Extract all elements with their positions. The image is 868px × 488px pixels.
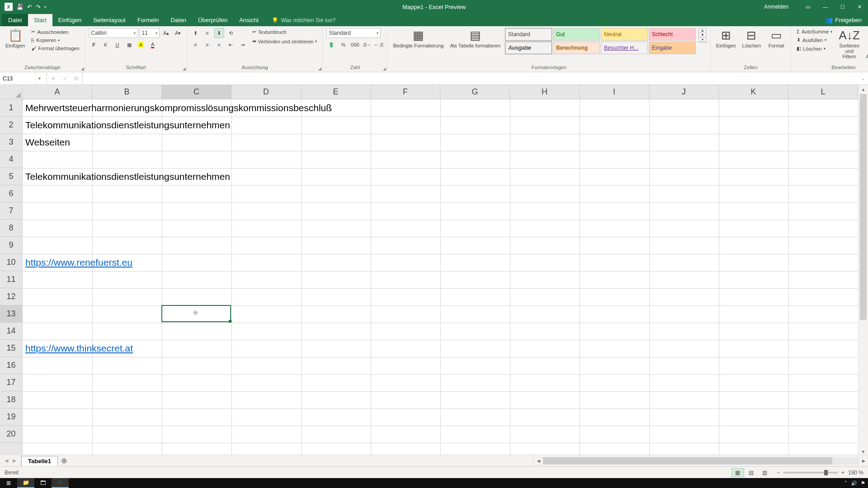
font-color-button[interactable]: A xyxy=(148,40,158,50)
qat-customize-icon[interactable]: ▾ xyxy=(44,5,46,9)
insert-cells-button[interactable]: ⊞Einfügen xyxy=(714,28,737,49)
decrease-decimal-icon[interactable]: ←.0 xyxy=(373,40,383,50)
tell-me[interactable]: 💡 Was möchten Sie tun? xyxy=(267,14,340,26)
taskbar-excel-icon[interactable]: X xyxy=(52,478,69,488)
name-box[interactable]: ▼ xyxy=(0,72,47,84)
italic-button[interactable]: K xyxy=(101,40,111,50)
font-size-combo[interactable]: 11▾ xyxy=(140,28,160,38)
tab-start[interactable]: Start xyxy=(28,14,52,26)
normal-view-icon[interactable]: ▦ xyxy=(731,468,744,477)
delete-cells-button[interactable]: ⊟Löschen xyxy=(741,28,763,49)
find-select-button[interactable]: 🔍Suchen und Auswählen xyxy=(864,28,868,60)
undo-icon[interactable]: ↶ xyxy=(27,4,32,10)
cell-A3[interactable]: Webseiten xyxy=(24,134,70,151)
row-header-3[interactable]: 3 xyxy=(0,134,22,151)
row-header-12[interactable]: 12 xyxy=(0,288,22,305)
row-header-5[interactable]: 5 xyxy=(0,168,22,185)
row-headers[interactable]: 1234567891011121314151617181920 xyxy=(0,99,23,456)
taskbar-explorer-icon[interactable]: 📁 xyxy=(17,478,34,488)
style-besucht[interactable]: Besuchter H... xyxy=(601,42,648,54)
row-header-16[interactable]: 16 xyxy=(0,357,22,374)
fx-icon[interactable]: fx xyxy=(71,75,82,82)
start-button[interactable]: ⊞ xyxy=(0,478,17,488)
tray-up-icon[interactable]: ˄ xyxy=(844,480,847,486)
redo-icon[interactable]: ↷ xyxy=(36,4,41,10)
cells-area[interactable]: Mehrwertsteuerharmonierungskompromisslös… xyxy=(23,99,858,456)
scroll-right-icon[interactable]: ▶ xyxy=(859,459,868,463)
cell-A2[interactable]: Telekommunikationsdienstleistungsunterne… xyxy=(24,117,230,134)
row-header-11[interactable]: 11 xyxy=(0,271,22,288)
align-middle-icon[interactable]: ≡ xyxy=(203,28,212,38)
decrease-indent-icon[interactable]: ⇤ xyxy=(226,40,236,50)
number-dialog-icon[interactable]: ◢ xyxy=(383,66,386,71)
horizontal-scrollbar[interactable]: ◀ ▶ xyxy=(533,455,868,466)
row-header-17[interactable]: 17 xyxy=(0,374,22,391)
sort-filter-button[interactable]: A↓ZSortieren und Filtern xyxy=(837,28,861,60)
copy-button[interactable]: ⎘Kopieren▾ xyxy=(29,37,81,44)
paste-button[interactable]: 📋 Einfügen xyxy=(4,28,27,49)
increase-decimal-icon[interactable]: .0→ xyxy=(362,40,372,50)
row-header-7[interactable]: 7 xyxy=(0,202,22,220)
add-sheet-button[interactable]: ⊕ xyxy=(58,455,70,466)
align-left-icon[interactable]: ≡ xyxy=(191,40,201,50)
style-ausgabe[interactable]: Ausgabe xyxy=(505,42,552,54)
row-header-18[interactable]: 18 xyxy=(0,391,22,408)
font-dialog-icon[interactable]: ◢ xyxy=(183,66,186,71)
alignment-dialog-icon[interactable]: ◢ xyxy=(318,66,321,71)
sheet-nav[interactable]: ◀▶ xyxy=(0,455,21,466)
merge-center-button[interactable]: ⬌Verbinden und zentrieren▾ xyxy=(250,38,319,45)
save-icon[interactable]: 💾 xyxy=(16,4,24,10)
row-header-14[interactable]: 14 xyxy=(0,323,22,340)
format-cells-button[interactable]: ▭Format xyxy=(765,28,787,49)
column-header-B[interactable]: B xyxy=(92,85,162,99)
scroll-up-icon[interactable]: ▲ xyxy=(859,85,868,94)
row-header-15[interactable]: 15 xyxy=(0,340,22,357)
column-header-G[interactable]: G xyxy=(440,85,510,99)
zoom-slider[interactable] xyxy=(783,472,838,474)
hscroll-thumb[interactable] xyxy=(543,457,832,465)
sheet-prev-icon[interactable]: ◀ xyxy=(5,458,8,464)
cut-button[interactable]: ✂Ausschneiden xyxy=(29,28,81,36)
tab-formeln[interactable]: Formeln xyxy=(132,14,165,26)
cell-styles-gallery[interactable]: Standard Gut Neutral Schlecht Ausgabe Be… xyxy=(505,28,696,54)
wrap-text-button[interactable]: ↩Textumbruch xyxy=(250,28,319,36)
row-header-4[interactable]: 4 xyxy=(0,151,22,168)
formula-input[interactable] xyxy=(83,72,858,84)
align-right-icon[interactable]: ≡ xyxy=(214,40,224,50)
underline-button[interactable]: U xyxy=(113,40,123,50)
tray-volume-icon[interactable]: 🔊 xyxy=(851,480,857,486)
tab-uberprufen[interactable]: Überprüfen xyxy=(192,14,233,26)
column-header-J[interactable]: J xyxy=(649,85,719,99)
style-berechnung[interactable]: Berechnung xyxy=(553,42,600,54)
conditional-formatting-button[interactable]: ▦Bedingte Formatierung xyxy=(391,28,445,49)
page-break-view-icon[interactable]: ▥ xyxy=(759,468,771,477)
styles-scroll[interactable]: ▲▼▾ xyxy=(698,28,707,42)
tab-daten[interactable]: Daten xyxy=(165,14,192,26)
column-header-F[interactable]: F xyxy=(371,85,440,99)
grow-font-icon[interactable]: A▴ xyxy=(161,28,171,38)
cell-A1[interactable]: Mehrwertsteuerharmonierungskompromisslös… xyxy=(24,99,332,117)
signin-link[interactable]: Anmelden xyxy=(758,0,795,14)
row-header-2[interactable]: 2 xyxy=(0,117,22,134)
autosum-button[interactable]: ΣAutoSumme▾ xyxy=(795,28,834,35)
increase-indent-icon[interactable]: ⇥ xyxy=(238,40,248,50)
shrink-font-icon[interactable]: A▾ xyxy=(173,28,183,38)
column-header-K[interactable]: K xyxy=(719,85,788,99)
column-header-I[interactable]: I xyxy=(580,85,649,99)
number-format-combo[interactable]: Standard▾ xyxy=(326,28,381,38)
row-header-10[interactable]: 10 xyxy=(0,254,22,271)
style-neutral[interactable]: Neutral xyxy=(601,28,648,41)
align-bottom-icon[interactable]: ⬇ xyxy=(214,28,224,38)
border-button[interactable]: ▦ xyxy=(124,40,134,50)
style-standard[interactable]: Standard xyxy=(505,28,552,41)
row-header-13[interactable]: 13 xyxy=(0,305,22,323)
maximize-button[interactable]: ☐ xyxy=(834,0,851,14)
zoom-level[interactable]: 190 % xyxy=(848,469,863,476)
spreadsheet-grid[interactable]: ABCDEFGHIJKL 123456789101112131415161718… xyxy=(0,85,868,466)
zoom-in-icon[interactable]: + xyxy=(841,469,844,476)
minimize-button[interactable]: — xyxy=(816,0,834,14)
tab-file[interactable]: Datei xyxy=(2,14,28,26)
share-button[interactable]: 👥 Freigeben xyxy=(819,14,868,26)
vertical-scrollbar[interactable]: ▲ ▼ xyxy=(858,85,868,456)
column-header-A[interactable]: A xyxy=(23,85,92,99)
